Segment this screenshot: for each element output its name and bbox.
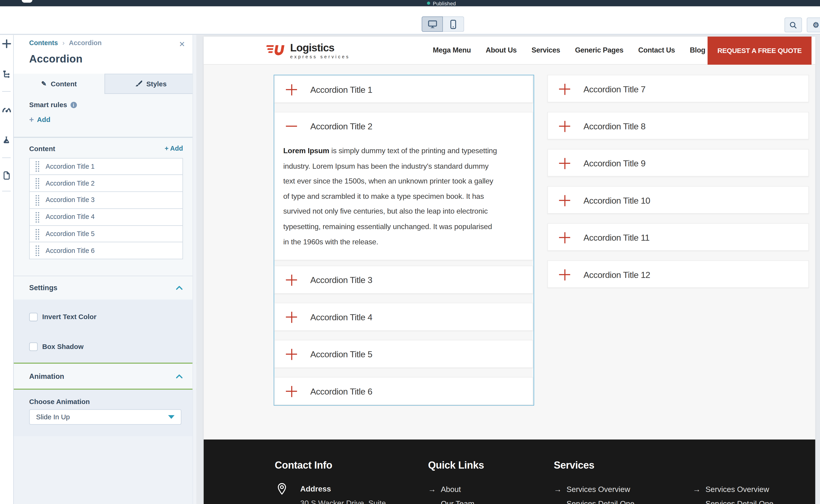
drag-handle-icon[interactable] xyxy=(35,161,40,172)
drag-handle-icon[interactable] xyxy=(35,212,40,223)
footer-link-label: Services Detail One xyxy=(567,499,635,504)
settings-button[interactable]: ⚙ Settings xyxy=(807,18,820,32)
accordion-header[interactable]: Accordion Title 12 xyxy=(548,261,808,288)
performance-button[interactable] xyxy=(0,106,13,113)
list-item[interactable]: Accordion Title 4 xyxy=(29,208,183,226)
tab-content-label: Content xyxy=(51,80,77,88)
site-logo[interactable]: Logistics express services xyxy=(263,42,350,59)
search-button[interactable] xyxy=(785,18,802,32)
pages-button[interactable] xyxy=(0,171,13,180)
accordion-header[interactable]: Accordion Title 3 xyxy=(275,266,533,294)
testing-button[interactable] xyxy=(0,135,13,143)
nav-generic-pages[interactable]: Generic Pages xyxy=(575,46,624,54)
accordion-module-left[interactable]: Accordion Title 1 Accordion Title 2 Lore… xyxy=(274,75,534,406)
accordion-title: Accordion Title 12 xyxy=(583,270,650,280)
accordion-module-right[interactable]: Accordion Title 7 Accordion Title 8 Acco… xyxy=(547,75,809,288)
invert-text-color-checkbox[interactable] xyxy=(29,313,37,321)
list-item-label: Accordion Title 5 xyxy=(46,230,95,238)
smart-rules-label-row: Smart rules i xyxy=(29,101,77,109)
content-section: Content + Add Accordion Title 1 Accordio… xyxy=(13,138,196,276)
arrow-right-icon: → xyxy=(693,485,701,494)
nav-contact-us[interactable]: Contact Us xyxy=(638,46,675,54)
nav-mega-menu[interactable]: Mega Menu xyxy=(433,46,471,54)
smart-rules-label: Smart rules xyxy=(29,101,67,109)
plus-icon xyxy=(559,121,570,132)
settings-checkbox-group: Invert Text Color Box Shadow xyxy=(13,299,196,363)
animation-collapse-button[interactable] xyxy=(176,374,182,378)
accordion-item-2-expanded: Accordion Title 2 Lorem Ipsum is simply … xyxy=(274,112,533,260)
accordion-header[interactable]: Accordion Title 1 xyxy=(275,76,533,103)
list-item[interactable]: Accordion Title 2 xyxy=(29,174,183,192)
tab-content[interactable]: ✎ Content xyxy=(13,74,104,94)
accordion-header[interactable]: Accordion Title 6 xyxy=(275,377,533,405)
accordion-header[interactable]: Accordion Title 5 xyxy=(275,340,533,368)
drag-handle-icon[interactable] xyxy=(35,195,40,206)
accordion-header[interactable]: Accordion Title 4 xyxy=(275,303,533,331)
panel-scrollbar[interactable] xyxy=(193,35,196,504)
footer-link-services-detail-one-2[interactable]: → Services Detail One xyxy=(693,499,773,504)
drag-handle-icon[interactable] xyxy=(35,245,40,256)
plus-icon xyxy=(559,232,570,243)
settings-section-header[interactable]: Settings xyxy=(13,276,196,300)
nav-services[interactable]: Services xyxy=(532,46,560,54)
plus-icon xyxy=(2,39,11,48)
arrow-right-icon: → xyxy=(554,499,562,504)
list-item[interactable]: Accordion Title 5 xyxy=(29,225,183,243)
accordion-header[interactable]: Accordion Title 9 xyxy=(548,149,808,177)
breadcrumb-contents-link[interactable]: Contents xyxy=(29,39,58,46)
accordion-item-9: Accordion Title 9 xyxy=(547,149,809,177)
footer-link-about[interactable]: → About xyxy=(428,485,461,494)
list-item-label: Accordion Title 3 xyxy=(46,196,95,204)
footer-link-services-detail-one[interactable]: → Services Detail One xyxy=(554,499,635,504)
accordion-item-7: Accordion Title 7 xyxy=(547,75,809,102)
accordion-title: Accordion Title 11 xyxy=(583,233,649,243)
accordion-title: Accordion Title 7 xyxy=(583,84,646,94)
nav-about-us[interactable]: About Us xyxy=(486,46,517,54)
content-add-button[interactable]: + Add xyxy=(165,144,183,152)
accordion-header[interactable]: Accordion Title 2 xyxy=(275,112,533,140)
accordion-title: Accordion Title 10 xyxy=(583,195,650,205)
settings-collapse-button[interactable] xyxy=(176,286,182,290)
add-module-button[interactable] xyxy=(0,39,13,48)
footer-link-our-team[interactable]: → Our Team xyxy=(428,499,474,504)
gear-icon: ⚙ xyxy=(813,21,819,29)
desktop-preview-button[interactable] xyxy=(422,16,443,32)
box-shadow-checkbox[interactable] xyxy=(29,342,37,351)
drag-handle-icon[interactable] xyxy=(35,228,40,239)
accordion-item-6: Accordion Title 6 xyxy=(274,377,533,405)
plus-icon xyxy=(559,84,570,95)
animation-select[interactable]: Slide In Up xyxy=(29,409,181,425)
nav-blog[interactable]: Blog xyxy=(690,46,705,54)
list-item[interactable]: Accordion Title 6 xyxy=(29,242,183,259)
accordion-title: Accordion Title 8 xyxy=(583,121,646,131)
sitemap-button[interactable] xyxy=(0,70,13,78)
plus-icon xyxy=(286,274,297,286)
device-preview-toggle xyxy=(422,16,464,32)
accordion-header[interactable]: Accordion Title 10 xyxy=(548,187,808,214)
list-item[interactable]: Accordion Title 1 xyxy=(29,158,183,175)
published-status-dot-icon xyxy=(427,2,430,5)
rail-divider xyxy=(2,191,11,191)
request-quote-button[interactable]: REQUEST A FREE QUOTE xyxy=(708,37,811,64)
accordion-header[interactable]: Accordion Title 11 xyxy=(548,224,808,251)
smart-rules-add-button[interactable]: + Add xyxy=(29,115,50,123)
list-item[interactable]: Accordion Title 3 xyxy=(29,191,183,209)
accordion-title: Accordion Title 2 xyxy=(310,121,372,131)
tab-styles[interactable]: Styles xyxy=(104,74,196,94)
page-preview: Logistics express services Mega Menu Abo… xyxy=(204,37,815,504)
animation-section-header[interactable]: Animation xyxy=(13,364,196,389)
list-item-label: Accordion Title 6 xyxy=(46,247,95,254)
close-panel-button[interactable]: ✕ xyxy=(179,40,185,48)
footer-link-label: About xyxy=(441,485,461,493)
footer-link-services-overview[interactable]: → Services Overview xyxy=(554,485,630,494)
list-item-label: Accordion Title 1 xyxy=(46,163,95,170)
accordion-title: Accordion Title 1 xyxy=(310,84,372,95)
accordion-header[interactable]: Accordion Title 8 xyxy=(548,112,808,140)
flask-icon xyxy=(3,135,10,143)
accordion-header[interactable]: Accordion Title 7 xyxy=(548,75,808,103)
accordion-item-5: Accordion Title 5 xyxy=(274,340,533,368)
mobile-preview-button[interactable] xyxy=(443,16,464,32)
footer-link-services-overview-2[interactable]: → Services Overview xyxy=(693,485,769,494)
accordion-body-text: Lorem Ipsum is simply dummy text of the … xyxy=(275,140,533,249)
drag-handle-icon[interactable] xyxy=(35,178,40,189)
